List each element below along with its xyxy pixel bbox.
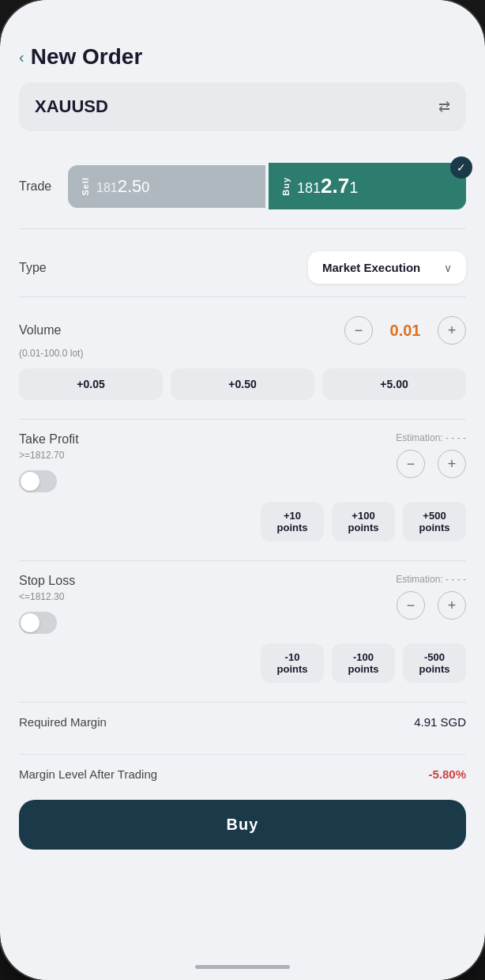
take-profit-header: Take Profit >=1812.70 Estimation: - - - … xyxy=(19,432,466,492)
volume-controls: − 0.01 + xyxy=(344,316,466,345)
stop-loss-label: Stop Loss xyxy=(19,574,75,588)
take-profit-estimation: Estimation: - - - - xyxy=(396,432,466,443)
divider-2 xyxy=(19,296,466,297)
volume-quick-btns: +0.05 +0.50 +5.00 xyxy=(19,368,466,400)
take-profit-left: Take Profit >=1812.70 xyxy=(19,432,79,492)
stop-loss-constraint: <=1812.30 xyxy=(19,591,75,602)
take-profit-label: Take Profit xyxy=(19,432,79,447)
stop-loss-increase-button[interactable]: + xyxy=(438,591,466,620)
phone-screen: ‹ New Order XAUUSD ⇄ Trade Sell 1812.50 xyxy=(0,0,485,980)
sell-price: 1812.50 xyxy=(96,176,149,197)
stop-loss-stepper-row: − + xyxy=(397,591,466,620)
sell-pill[interactable]: Sell 1812.50 xyxy=(68,165,265,208)
take-profit-toggle-knob xyxy=(21,472,39,491)
stop-loss-points-btn-2[interactable]: -100points xyxy=(332,643,395,683)
take-profit-points-btns: +10points +100points +500points xyxy=(19,502,466,541)
take-profit-decrease-button[interactable]: − xyxy=(397,450,425,478)
take-profit-points-btn-1[interactable]: +10points xyxy=(261,502,324,541)
take-profit-toggle[interactable] xyxy=(19,470,57,492)
volume-quick-btn-2[interactable]: +0.50 xyxy=(171,368,314,400)
buy-price: 1812.71 xyxy=(297,174,358,198)
trade-label: Trade xyxy=(19,179,58,194)
stop-loss-section: Stop Loss <=1812.30 Estimation: - - - - … xyxy=(19,561,466,689)
home-bar xyxy=(195,965,290,969)
stop-loss-points-btn-3[interactable]: -500points xyxy=(403,643,466,683)
required-margin-value: 4.91 SGD xyxy=(414,715,466,729)
buy-pill[interactable]: Buy 1812.71 ✓ xyxy=(269,163,466,209)
check-badge: ✓ xyxy=(450,156,472,179)
stop-loss-right: Estimation: - - - - − + xyxy=(396,574,466,620)
back-button[interactable]: ‹ xyxy=(19,48,24,66)
type-label: Type xyxy=(19,261,308,275)
volume-section: Volume − 0.01 + (0.01-100.0 lot) +0.05 +… xyxy=(19,303,466,406)
symbol-name: XAUUSD xyxy=(35,96,108,117)
stop-loss-decrease-button[interactable]: − xyxy=(397,591,425,620)
trade-row: Trade Sell 1812.50 Buy 1812.71 xyxy=(19,150,466,222)
take-profit-stepper-row: − + xyxy=(397,450,466,478)
trade-prices: Sell 1812.50 Buy 1812.71 ✓ xyxy=(68,163,466,209)
volume-label: Volume xyxy=(19,323,61,337)
phone-frame: ‹ New Order XAUUSD ⇄ Trade Sell 1812.50 xyxy=(0,0,485,980)
volume-decrease-button[interactable]: − xyxy=(344,316,373,345)
type-row: Type Market Execution ∨ xyxy=(19,236,466,290)
required-margin-label: Required Margin xyxy=(19,715,107,729)
buy-label: Buy xyxy=(281,177,291,196)
take-profit-section: Take Profit >=1812.70 Estimation: - - - … xyxy=(19,420,466,548)
take-profit-points-btn-3[interactable]: +500points xyxy=(403,502,466,541)
margin-level-value: -5.80% xyxy=(428,767,466,781)
volume-quick-btn-1[interactable]: +0.05 xyxy=(19,368,163,400)
required-margin-row: Required Margin 4.91 SGD xyxy=(19,703,466,741)
swap-icon[interactable]: ⇄ xyxy=(438,98,450,115)
volume-subtitle: (0.01-100.0 lot) xyxy=(19,348,466,359)
header: ‹ New Order xyxy=(19,35,466,82)
volume-increase-button[interactable]: + xyxy=(438,316,466,345)
take-profit-points-btn-2[interactable]: +100points xyxy=(332,502,395,541)
stop-loss-left: Stop Loss <=1812.30 xyxy=(19,574,75,634)
stop-loss-toggle[interactable] xyxy=(19,612,57,634)
type-dropdown[interactable]: Market Execution ∨ xyxy=(308,251,466,284)
margin-level-row: Margin Level After Trading -5.80% xyxy=(19,755,466,793)
chevron-down-icon: ∨ xyxy=(444,262,452,274)
symbol-row[interactable]: XAUUSD ⇄ xyxy=(19,82,466,131)
type-value: Market Execution xyxy=(322,261,420,274)
buy-button[interactable]: Buy xyxy=(19,800,466,850)
margin-level-label: Margin Level After Trading xyxy=(19,767,157,781)
stop-loss-toggle-knob xyxy=(21,613,39,632)
stop-loss-header: Stop Loss <=1812.30 Estimation: - - - - … xyxy=(19,574,466,634)
check-icon: ✓ xyxy=(457,161,466,174)
sell-label: Sell xyxy=(81,177,90,196)
page-title: New Order xyxy=(31,44,143,70)
home-indicator xyxy=(0,953,485,980)
volume-quick-btn-3[interactable]: +5.00 xyxy=(322,368,466,400)
take-profit-right: Estimation: - - - - − + xyxy=(396,432,466,478)
status-bar xyxy=(0,0,485,35)
divider-1 xyxy=(19,228,466,229)
stop-loss-points-btns: -10points -100points -500points xyxy=(19,643,466,683)
volume-header: Volume − 0.01 + xyxy=(19,316,466,345)
stop-loss-estimation: Estimation: - - - - xyxy=(396,574,466,585)
volume-value: 0.01 xyxy=(385,322,425,340)
take-profit-increase-button[interactable]: + xyxy=(438,450,466,478)
content: ‹ New Order XAUUSD ⇄ Trade Sell 1812.50 xyxy=(0,35,485,953)
take-profit-constraint: >=1812.70 xyxy=(19,450,79,461)
stop-loss-points-btn-1[interactable]: -10points xyxy=(261,643,324,683)
